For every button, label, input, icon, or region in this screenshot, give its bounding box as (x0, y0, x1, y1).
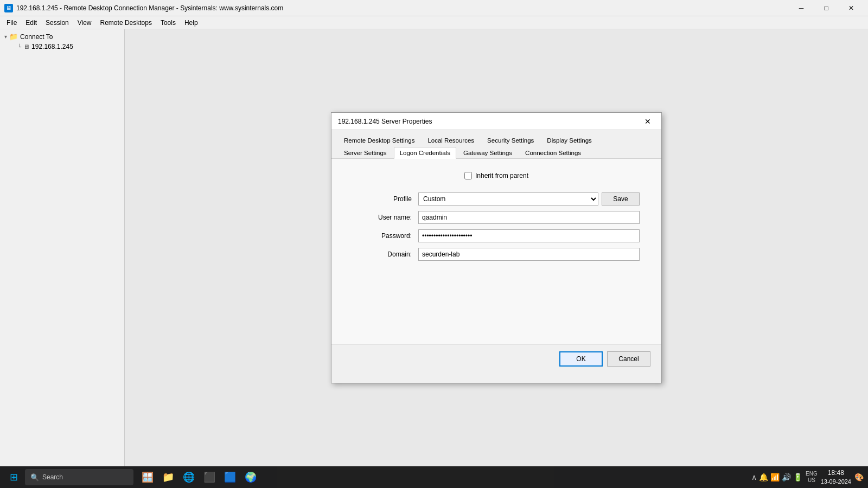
taskbar-app-6[interactable]: 🌍 (241, 467, 260, 487)
server-properties-dialog: 192.168.1.245 Server Properties ✕ Remote… (331, 112, 662, 383)
maximize-button[interactable]: □ (814, 0, 839, 16)
inherit-label[interactable]: Inherit from parent (475, 172, 528, 179)
computer-icon: 🖥 (23, 43, 29, 50)
sidebar-child-label: 192.168.1.245 (31, 43, 73, 50)
tab-strip: Remote Desktop Settings Local Resources … (331, 130, 661, 159)
menu-remote-desktops[interactable]: Remote Desktops (96, 18, 156, 28)
tab-row-2: Server Settings Logon Credentials Gatewa… (338, 147, 655, 158)
color-swatch-icon[interactable]: 🎨 (854, 473, 864, 481)
profile-label: Profile (353, 195, 418, 203)
notification-icon[interactable]: 🔔 (759, 473, 768, 481)
tab-server-settings[interactable]: Server Settings (338, 147, 393, 158)
store-icon: 🪟 (142, 471, 154, 483)
app5-icon: 🟦 (224, 471, 236, 483)
locale-label: ENGUS (806, 471, 818, 484)
window-controls: ─ □ ✕ (789, 0, 864, 16)
taskbar-app-chrome[interactable]: 🌐 (179, 467, 199, 487)
clock-date: 13-09-2024 (821, 478, 851, 485)
password-row: Password: (353, 229, 640, 242)
sidebar-child[interactable]: └ 🖥 192.168.1.245 (0, 42, 124, 52)
tab-security-settings[interactable]: Security Settings (481, 134, 540, 146)
taskbar: ⊞ 🔍 Search 🪟 📁 🌐 ⬛ 🟦 🌍 ∧ 🔔 📶 🔊 (0, 466, 868, 488)
password-label: Password: (353, 232, 418, 240)
search-label: Search (42, 473, 63, 481)
tab-logon-credentials[interactable]: Logon Credentials (394, 147, 456, 159)
taskbar-search[interactable]: 🔍 Search (25, 469, 133, 485)
terminal-icon: ⬛ (203, 471, 215, 483)
start-button[interactable]: ⊞ (4, 468, 23, 486)
tab-display-settings[interactable]: Display Settings (541, 134, 597, 146)
windows-logo-icon: ⊞ (10, 471, 18, 483)
profile-select[interactable]: Custom Default (418, 192, 598, 206)
form-spacer (342, 271, 650, 336)
system-tray: ∧ 🔔 📶 🔊 🔋 (751, 473, 802, 481)
domain-label: Domain: (353, 251, 418, 258)
username-input[interactable] (418, 211, 640, 224)
content-area: 192.168.1.245 Server Properties ✕ Remote… (125, 29, 868, 466)
profile-row: Profile Custom Default Save (353, 192, 640, 206)
modal-titlebar: 192.168.1.245 Server Properties ✕ (331, 113, 661, 130)
taskbar-apps: 🪟 📁 🌐 ⬛ 🟦 🌍 (138, 467, 260, 487)
app-icon: 🖥 (4, 4, 13, 12)
search-icon: 🔍 (30, 473, 39, 481)
modal-body: Inherit from parent Profile Custom Defau… (331, 159, 661, 344)
menu-tools[interactable]: Tools (156, 18, 180, 28)
close-button[interactable]: ✕ (839, 0, 864, 16)
menu-edit[interactable]: Edit (21, 18, 41, 28)
folder-icon: 📁 (9, 33, 18, 41)
main-area: ▾ 📁 Connect To └ 🖥 192.168.1.245 192.168… (0, 29, 868, 466)
password-control-wrap (418, 229, 640, 242)
sidebar-root-label: Connect To (20, 33, 53, 41)
clock-time: 18:48 (821, 469, 851, 478)
taskbar-app-5[interactable]: 🟦 (220, 467, 240, 487)
taskbar-right: ∧ 🔔 📶 🔊 🔋 ENGUS 18:48 13-09-2024 🎨 (751, 469, 864, 485)
minimize-button[interactable]: ─ (789, 0, 814, 16)
username-label: User name: (353, 214, 418, 221)
modal-overlay: 192.168.1.245 Server Properties ✕ Remote… (125, 29, 868, 466)
form-section: Profile Custom Default Save Us (342, 188, 650, 271)
tab-local-resources[interactable]: Local Resources (422, 134, 480, 146)
domain-row: Domain: (353, 248, 640, 261)
modal-footer: OK Cancel (331, 344, 661, 373)
taskbar-app-store[interactable]: 🪟 (138, 467, 157, 487)
menu-file[interactable]: File (2, 18, 21, 28)
cancel-button[interactable]: Cancel (607, 351, 650, 367)
tab-row-1: Remote Desktop Settings Local Resources … (338, 134, 655, 146)
battery-icon[interactable]: 🔋 (793, 473, 802, 481)
username-control-wrap (418, 211, 640, 224)
clock[interactable]: 18:48 13-09-2024 (821, 469, 851, 485)
menu-session[interactable]: Session (41, 18, 73, 28)
file-explorer-icon: 📁 (162, 471, 174, 483)
password-input[interactable] (418, 229, 640, 242)
domain-input[interactable] (418, 248, 640, 261)
app6-icon: 🌍 (245, 471, 257, 483)
title-bar: 🖥 192.168.1.245 - Remote Desktop Connect… (0, 0, 868, 16)
inherit-checkbox[interactable] (464, 172, 472, 179)
menu-bar: File Edit Session View Remote Desktops T… (0, 16, 868, 29)
chrome-icon: 🌐 (183, 471, 195, 483)
wifi-icon[interactable]: 📶 (770, 473, 780, 481)
tab-connection-settings[interactable]: Connection Settings (519, 147, 587, 158)
window-title: 192.168.1.245 - Remote Desktop Connectio… (16, 4, 789, 12)
taskbar-app-file-explorer[interactable]: 📁 (158, 467, 178, 487)
username-row: User name: (353, 211, 640, 224)
chevron-up-icon[interactable]: ∧ (751, 473, 757, 481)
sidebar-root[interactable]: ▾ 📁 Connect To (0, 31, 124, 42)
save-profile-button[interactable]: Save (602, 192, 640, 206)
menu-help[interactable]: Help (180, 18, 202, 28)
domain-control-wrap (418, 248, 640, 261)
sidebar: ▾ 📁 Connect To └ 🖥 192.168.1.245 (0, 29, 125, 466)
volume-icon[interactable]: 🔊 (782, 473, 791, 481)
inherit-row: Inherit from parent (342, 168, 650, 188)
ok-button[interactable]: OK (559, 351, 603, 367)
expand-icon: ▾ (4, 34, 7, 40)
tree-line-icon: └ (17, 44, 21, 50)
menu-view[interactable]: View (73, 18, 96, 28)
tab-gateway-settings[interactable]: Gateway Settings (457, 147, 518, 158)
taskbar-app-terminal[interactable]: ⬛ (200, 467, 219, 487)
profile-control-wrap: Custom Default Save (418, 192, 640, 206)
modal-title: 192.168.1.245 Server Properties (338, 118, 641, 125)
tab-remote-desktop-settings[interactable]: Remote Desktop Settings (338, 134, 420, 146)
modal-close-button[interactable]: ✕ (641, 115, 655, 128)
